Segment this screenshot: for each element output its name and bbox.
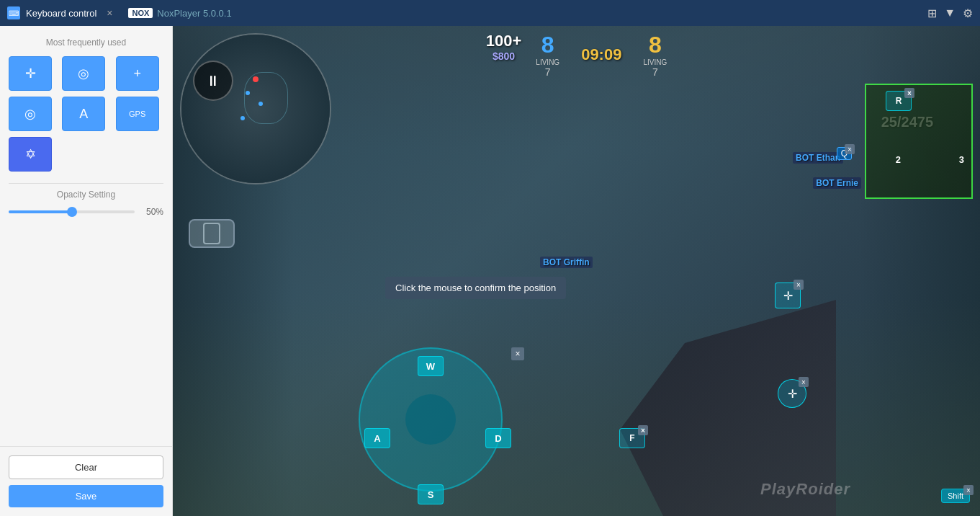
minimap-line (244, 72, 289, 124)
dpad-button[interactable]: ✛ (9, 56, 52, 91)
dropdown-icon[interactable]: ▼ (944, 6, 956, 20)
game-area: 100+ $800 8 LIVING 7 09:09 8 LIVING 7 (173, 26, 980, 516)
brand-area: NOX NoxPlayer 5.0.0.1 (128, 8, 231, 19)
settings-icon[interactable]: ⚙ (963, 6, 973, 20)
right-minimap (865, 84, 973, 199)
shift-btn-wrapper: Shift × (941, 489, 970, 503)
opacity-title: Opacity Setting (9, 190, 163, 200)
minimap-dot-blue1 (246, 91, 250, 95)
q-key-wrapper: Q × (837, 147, 852, 160)
f-key-close[interactable]: × (638, 425, 648, 435)
sidebar: Most frequently used ✛ ◎ + ◎ A GPS ✡ Opa… (0, 26, 173, 516)
bot-griffin-label: BOT Griffin (540, 257, 593, 268)
opacity-value: 50% (140, 207, 163, 217)
scroll-icon[interactable] (189, 219, 235, 248)
star-button[interactable]: ✡ (9, 137, 52, 172)
opacity-slider-track (9, 210, 135, 213)
crosshair-ctrl-wrapper: ✛ × (775, 283, 801, 308)
crosshair-ctrl[interactable]: ✛ × (775, 283, 801, 308)
shift-ctrl: Shift × (941, 489, 970, 503)
dpad-close-button[interactable]: × (511, 347, 524, 360)
toolbar-icon-1[interactable]: ⊞ (927, 6, 937, 20)
q-key-close[interactable]: × (845, 144, 855, 154)
aim-ctrl-wrapper: ✛ × (778, 379, 806, 408)
minimap (180, 33, 331, 184)
dpad-wrapper: × W A S D (351, 347, 524, 513)
slider-row: 50% (9, 207, 163, 217)
dpad-s-key[interactable]: S (418, 484, 444, 504)
bot-ethan-label: BOT Ethan (793, 152, 843, 164)
opacity-section: Opacity Setting 50% (9, 190, 163, 217)
shift-close[interactable]: × (963, 485, 974, 495)
r-key-ctrl[interactable]: R × (886, 91, 912, 111)
dpad-w-key[interactable]: W (418, 356, 444, 376)
section-title: Most frequently used (9, 37, 163, 48)
right-minimap-inner (866, 85, 971, 197)
sidebar-footer: Clear Save (0, 446, 172, 516)
minimap-dot-red (253, 76, 259, 82)
score-2-label: 2 (896, 154, 901, 165)
brand-name: NoxPlayer 5.0.0.1 (157, 8, 231, 19)
opacity-slider-thumb[interactable] (67, 207, 77, 217)
keyboard-icon: ⌨ (7, 6, 20, 19)
r-key-wrapper: R × (886, 91, 912, 111)
aim-button[interactable]: ◎ (9, 97, 52, 131)
crosshair-add-button[interactable]: + (116, 56, 159, 91)
minimap-inner (181, 35, 330, 183)
f-key-ctrl[interactable]: F × (619, 428, 645, 448)
nox-logo: NOX (128, 8, 153, 18)
pause-button[interactable]: ⏸ (193, 61, 233, 101)
minimap-dot-blue3 (240, 116, 245, 120)
close-button[interactable]: × (102, 6, 117, 20)
window-title-area: ⌨ Keyboard control × (7, 6, 117, 20)
score-3-label: 3 (959, 154, 964, 165)
dpad-center (405, 394, 456, 445)
divider-1 (9, 183, 163, 184)
crosshair-ctrl-close[interactable]: × (794, 280, 804, 290)
top-bar-right-icons: ⊞ ▼ ⚙ (927, 6, 973, 20)
wheel-button[interactable]: ◎ (62, 56, 105, 91)
gps-button[interactable]: GPS (116, 97, 159, 131)
save-button[interactable]: Save (9, 485, 163, 507)
bot-ernie-label: BOT Ernie (813, 177, 861, 189)
aim-ctrl-close[interactable]: × (799, 377, 809, 387)
window-title: Keyboard control (26, 8, 96, 19)
icon-grid: ✛ ◎ + ◎ A GPS ✡ (9, 56, 163, 172)
main-content: Most frequently used ✛ ◎ + ◎ A GPS ✡ Opa… (0, 26, 980, 516)
clear-button[interactable]: Clear (9, 455, 163, 479)
dpad-a-key[interactable]: A (364, 428, 390, 448)
top-bar: ⌨ Keyboard control × NOX NoxPlayer 5.0.0… (0, 0, 980, 26)
sidebar-body: Most frequently used ✛ ◎ + ◎ A GPS ✡ Opa… (0, 26, 172, 446)
aim-ctrl[interactable]: ✛ × (778, 379, 806, 408)
f-key-wrapper: F × (619, 428, 645, 448)
r-key-close[interactable]: × (904, 88, 914, 98)
text-button[interactable]: A (62, 97, 105, 131)
opacity-slider-fill (9, 210, 72, 213)
dpad-d-key[interactable]: D (485, 428, 511, 448)
minimap-dot-blue2 (259, 102, 263, 106)
q-key-ctrl[interactable]: Q × (837, 147, 852, 160)
